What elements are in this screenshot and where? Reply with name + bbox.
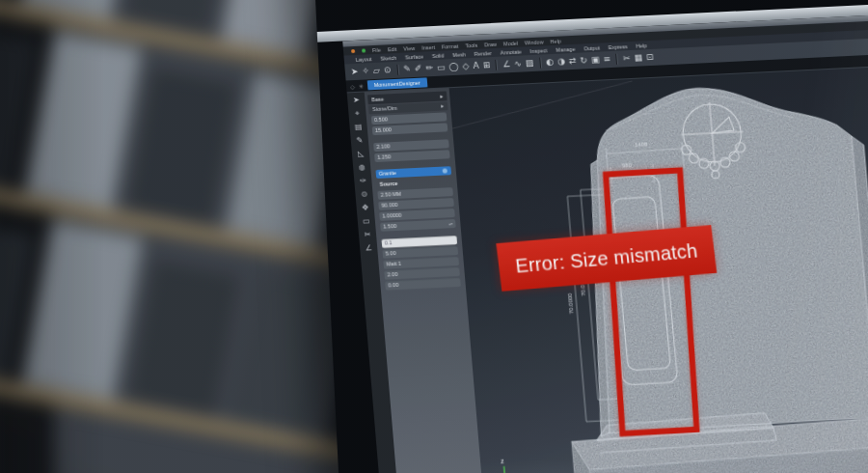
titlebar-menu-draw[interactable]: Draw [484,41,497,47]
menu-mesh[interactable]: Mesh [452,51,466,58]
photo-of-monitor: File Edit View Insert Format Tools Draw … [0,0,868,473]
subsection-label: Stone/Dim [372,104,397,114]
pencil-icon[interactable]: ✎ [356,137,363,145]
toolbar-separator [539,58,541,69]
section-header-label: Base [371,95,384,105]
toolbar-separator [616,54,618,65]
polygon-tool-icon[interactable]: ◇ [462,62,470,70]
screen: File Edit View Insert Format Tools Draw … [342,6,868,473]
menu-solid[interactable]: Solid [432,52,445,59]
active-document-tab[interactable]: MonumentDesigner [366,77,427,90]
window-minimize-dot[interactable] [351,48,355,52]
eyedropper-icon[interactable]: ✑ [360,178,366,185]
crop-icon[interactable]: ▱ [373,67,381,75]
chevron-right-icon: ▸ [441,102,445,111]
zoom-icon[interactable]: ⊙ [361,191,367,199]
menu-inspect[interactable]: Inspect [529,47,547,54]
select-tool-icon[interactable]: ➤ [351,68,359,76]
shape-icon[interactable]: ▭ [363,217,370,225]
blend-icon[interactable]: ◑ [557,57,566,66]
table-tool-icon[interactable]: ⊞ [482,61,490,70]
size-mismatch-highlight-box [603,167,700,436]
material-badge-icon [443,168,448,173]
eraser-icon[interactable]: ◺ [358,151,365,158]
dimension-tool-icon[interactable]: ∠ [502,60,511,69]
menu-help2[interactable]: Help [636,42,647,49]
stepper-value: 1.500 [383,222,397,232]
pointer-tool-icon[interactable]: ➤ [353,97,360,104]
rectangle-tool-icon[interactable]: ▭ [437,63,446,71]
mirror-icon[interactable]: ⇄ [569,57,577,66]
monitor: File Edit View Insert Format Tools Draw … [312,0,868,473]
property-field-11[interactable]: 0.00 [385,278,461,291]
new-tab-icon[interactable]: ✳ [358,82,364,89]
menu-express[interactable]: Express [608,43,627,50]
freehand-icon[interactable]: ✎ [403,65,411,73]
ellipse-tool-icon[interactable]: ◯ [448,63,459,71]
zoom-tool-icon[interactable]: ⊙ [384,66,392,74]
titlebar-menu-format[interactable]: Format [442,42,459,49]
menu-sketch[interactable]: Sketch [380,54,396,61]
menu-output[interactable]: Output [583,44,600,51]
stepper-arrows-icon: ▴▾ [448,222,452,226]
titlebar-menu-tools[interactable]: Tools [465,42,477,48]
grid-icon[interactable]: ▦ [634,53,642,62]
menu-annotate[interactable]: Annotate [500,48,522,55]
dim-height-outer: 70.0000 [567,292,575,315]
titlebar-menu-insert[interactable]: Insert [421,43,435,50]
artistic-media-icon[interactable]: ✏ [425,64,433,72]
measure-icon[interactable]: ∠ [365,244,372,252]
chevron-right-icon: ▸ [440,92,444,101]
layers-icon[interactable]: ▤ [355,124,363,131]
dim-width-inner: 980 [622,162,633,169]
menu-render[interactable]: Render [474,50,492,57]
text-tool-icon[interactable]: A [473,62,479,70]
align-icon[interactable]: ≡ [603,55,610,64]
rotate-icon[interactable]: ↻ [580,56,587,65]
titlebar-menu-edit[interactable]: Edit [388,45,397,51]
menu-surface[interactable]: Surface [405,53,423,60]
tab-nav-icon[interactable]: ◇ [350,83,355,90]
material-select-value: Granite [378,169,396,179]
titlebar-menu-help[interactable]: Help [550,38,561,44]
shape-edit-icon[interactable]: ✧ [362,67,369,75]
contour-icon[interactable]: ◐ [546,58,555,67]
toolbar-separator [396,65,398,75]
dim-width-outer: 1408 [635,141,648,148]
glare-line [449,81,636,128]
connector-tool-icon[interactable]: ∿ [514,60,522,69]
z-axis [504,466,507,473]
toolbar-separator [496,60,498,70]
viewport-canvas[interactable]: 1408 980 70.0000 70.0100 z x [449,58,868,473]
titlebar-menu-file[interactable]: File [372,46,381,52]
group-icon[interactable]: ▣ [591,56,600,65]
knife-icon[interactable]: ✂ [364,231,370,238]
z-axis-label: z [501,458,505,464]
fill-icon[interactable]: ◍ [358,164,366,172]
menu-manage[interactable]: Manage [556,45,575,52]
titlebar-menu-view[interactable]: View [403,44,415,51]
menu-layout[interactable]: Layout [356,56,372,63]
window-maximize-dot[interactable] [362,48,366,52]
zoom-page-icon[interactable]: ⊡ [646,53,654,62]
titlebar-menu-model[interactable]: Model [503,40,518,46]
snap-target-icon[interactable]: ⌖ [355,110,360,118]
pan-icon[interactable]: ✥ [362,205,368,212]
titlebar-menu-window[interactable]: Window [525,39,544,45]
bezier-icon[interactable]: ✐ [415,65,422,73]
scissors-icon[interactable]: ✂ [623,54,631,63]
transparency-tool-icon[interactable]: ▨ [525,59,533,68]
